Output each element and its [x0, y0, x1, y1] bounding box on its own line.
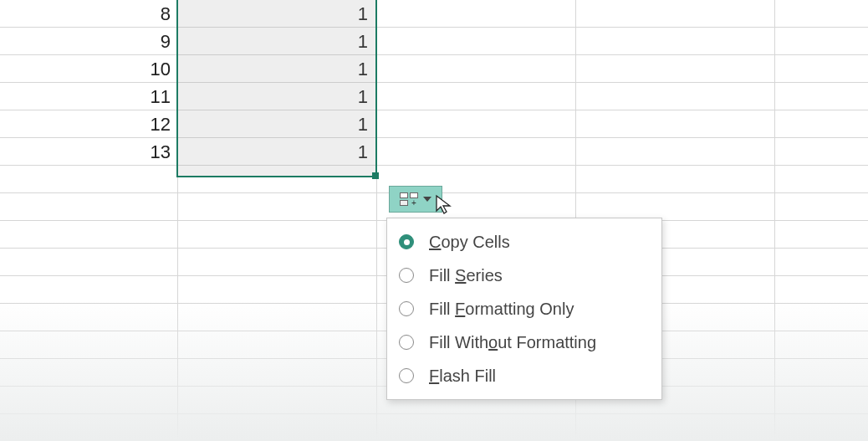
radio-icon [399, 268, 414, 283]
chevron-down-icon [423, 197, 431, 202]
menu-item-label: Flash Fill [429, 367, 496, 386]
radio-icon [399, 335, 414, 350]
cell[interactable]: 1 [177, 138, 376, 166]
autofill-options-button[interactable]: + [389, 186, 442, 213]
menu-item-copy-cells[interactable]: Copy Cells [387, 225, 661, 259]
menu-item-fill-formatting-only[interactable]: Fill Formatting Only [387, 292, 661, 326]
cell[interactable]: 1 [177, 0, 376, 28]
cell[interactable]: 1 [177, 110, 376, 138]
cell[interactable]: 1 [177, 28, 376, 55]
cell[interactable]: 1 [177, 55, 376, 83]
menu-item-label: Fill Without Formatting [429, 333, 596, 352]
menu-item-label: Fill Series [429, 266, 503, 285]
menu-item-fill-without-formatting[interactable]: Fill Without Formatting [387, 326, 661, 359]
cell[interactable]: 1 [177, 83, 376, 110]
row-header[interactable]: 13 [0, 138, 177, 166]
menu-item-flash-fill[interactable]: Flash Fill [387, 359, 661, 392]
radio-selected-icon [399, 234, 414, 249]
radio-icon [399, 368, 414, 383]
row-header[interactable]: 10 [0, 55, 177, 83]
row-header[interactable]: 8 [0, 0, 177, 28]
radio-icon [399, 301, 414, 316]
row-header[interactable]: 11 [0, 83, 177, 110]
menu-item-label: Copy Cells [429, 233, 510, 252]
autofill-options-menu: Copy Cells Fill Series Fill Formatting O… [386, 218, 662, 400]
row-header[interactable]: 9 [0, 28, 177, 55]
menu-item-label: Fill Formatting Only [429, 300, 574, 319]
menu-item-fill-series[interactable]: Fill Series [387, 259, 661, 292]
row-header[interactable]: 12 [0, 110, 177, 138]
autofill-icon: + [400, 192, 418, 206]
